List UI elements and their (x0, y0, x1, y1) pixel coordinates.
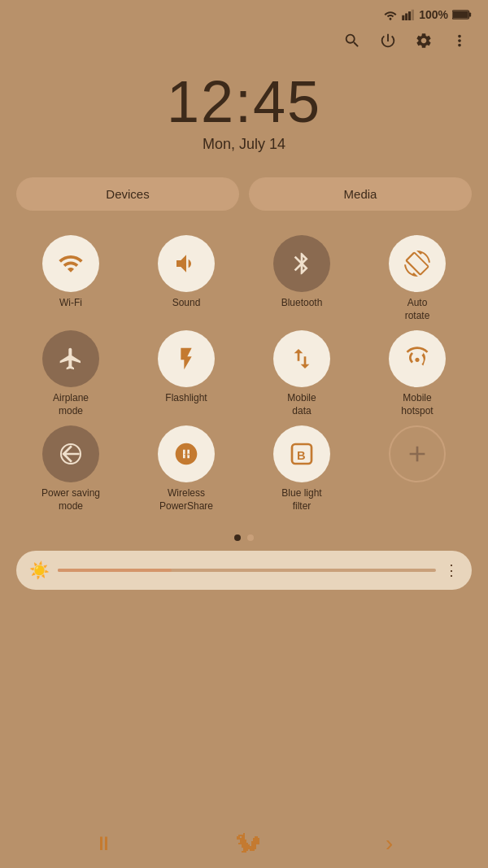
tile-autorotate[interactable]: Autorotate (363, 235, 472, 322)
tile-wireless[interactable]: → WirelessPowerShare (132, 425, 241, 513)
svg-rect-1 (405, 13, 407, 20)
autorotate-tile-label: Autorotate (405, 297, 430, 322)
powersaving-tile-label: Power savingmode (41, 487, 100, 513)
settings-icon[interactable] (415, 32, 433, 50)
flashlight-tile-icon (158, 330, 215, 387)
back-button[interactable]: ‹ (386, 831, 393, 857)
svg-rect-0 (402, 15, 404, 20)
brightness-bar[interactable]: ☀️ ⋮ (16, 551, 472, 590)
search-icon[interactable] (343, 32, 361, 50)
add-tile-icon (389, 425, 446, 482)
svg-rect-6 (469, 12, 472, 16)
svg-rect-3 (412, 10, 414, 20)
battery-icon (452, 9, 472, 20)
mobiledata-tile-label: Mobiledata (287, 392, 316, 417)
dot-indicators (0, 534, 488, 541)
brightness-icon: ☀️ (29, 560, 50, 580)
wifi-tile-icon (42, 235, 99, 292)
date-display: Mon, July 14 (0, 136, 488, 153)
tile-bluetooth[interactable]: Bluetooth (247, 235, 356, 322)
time-display: 12:45 (0, 72, 488, 131)
sound-tile-label: Sound (172, 297, 201, 310)
tile-bluelight[interactable]: B Blue lightfilter (247, 425, 356, 513)
dot-1 (234, 534, 241, 541)
svg-rect-5 (453, 11, 468, 19)
wireless-tile-label: WirelessPowerShare (159, 487, 213, 513)
hotspot-tile-icon (389, 330, 446, 387)
wireless-tile-icon: → (158, 425, 215, 482)
flashlight-tile-label: Flashlight (165, 392, 207, 405)
brightness-more-icon[interactable]: ⋮ (444, 561, 459, 579)
tile-wifi[interactable]: Wi-Fi (16, 235, 125, 322)
brightness-track[interactable] (58, 569, 436, 572)
tiles-grid: Wi-Fi Sound Bluetooth Autorotate (16, 235, 472, 513)
home-button[interactable]: 🐿 (235, 829, 261, 859)
wifi-tile-label: Wi-Fi (59, 297, 82, 310)
svg-rect-2 (408, 11, 411, 20)
tile-airplane[interactable]: Airplanemode (16, 330, 125, 417)
tile-hotspot[interactable]: Mobilehotspot (363, 330, 472, 417)
signal-icon (402, 9, 415, 20)
dot-2 (247, 534, 254, 541)
battery-text: 100% (419, 8, 448, 21)
recents-button[interactable]: ⏸ (94, 832, 111, 855)
bluetooth-tile-label: Bluetooth (281, 297, 323, 310)
svg-text:→: → (182, 448, 192, 460)
bluelight-tile-label: Blue lightfilter (281, 487, 321, 513)
bottom-nav: ⏸ 🐿 ‹ (0, 819, 488, 868)
tile-mobiledata[interactable]: Mobiledata (247, 330, 356, 417)
status-bar: 100% (0, 0, 488, 25)
airplane-tile-icon (42, 330, 99, 387)
tile-add[interactable] (363, 425, 472, 513)
top-actions (0, 25, 488, 56)
tiles-container: Wi-Fi Sound Bluetooth Autorotate (0, 227, 488, 521)
bluetooth-tile-icon (273, 235, 330, 292)
more-icon[interactable] (451, 32, 468, 50)
autorotate-tile-icon (389, 235, 446, 292)
sound-tile-icon (158, 235, 215, 292)
mobiledata-tile-icon (273, 330, 330, 387)
tile-sound[interactable]: Sound (132, 235, 241, 322)
airplane-tile-label: Airplanemode (53, 392, 89, 417)
svg-text:B: B (297, 449, 306, 462)
time-section: 12:45 Mon, July 14 (0, 56, 488, 177)
power-icon[interactable] (379, 32, 397, 50)
powersaving-tile-icon (42, 425, 99, 482)
tile-powersaving[interactable]: Power savingmode (16, 425, 125, 513)
device-media-tabs: Devices Media (16, 177, 472, 211)
media-tab[interactable]: Media (249, 177, 472, 211)
tile-flashlight[interactable]: Flashlight (132, 330, 241, 417)
devices-tab[interactable]: Devices (16, 177, 239, 211)
bluelight-tile-icon: B (273, 425, 330, 482)
hotspot-tile-label: Mobilehotspot (401, 392, 433, 417)
brightness-fill (58, 569, 172, 572)
wifi-status-icon (383, 9, 398, 20)
